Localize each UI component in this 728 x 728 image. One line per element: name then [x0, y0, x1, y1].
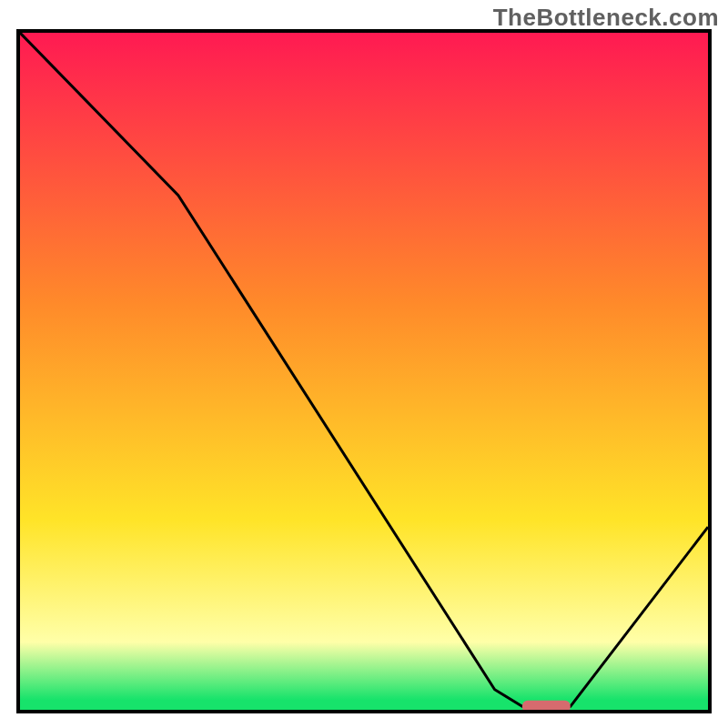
- plot-area: [16, 29, 712, 713]
- marker-segment: [522, 701, 571, 710]
- watermark-text: TheBottleneck.com: [493, 4, 719, 32]
- chart-frame: TheBottleneck.com: [0, 0, 728, 728]
- chart-svg: [20, 33, 708, 710]
- gradient-background: [20, 33, 708, 710]
